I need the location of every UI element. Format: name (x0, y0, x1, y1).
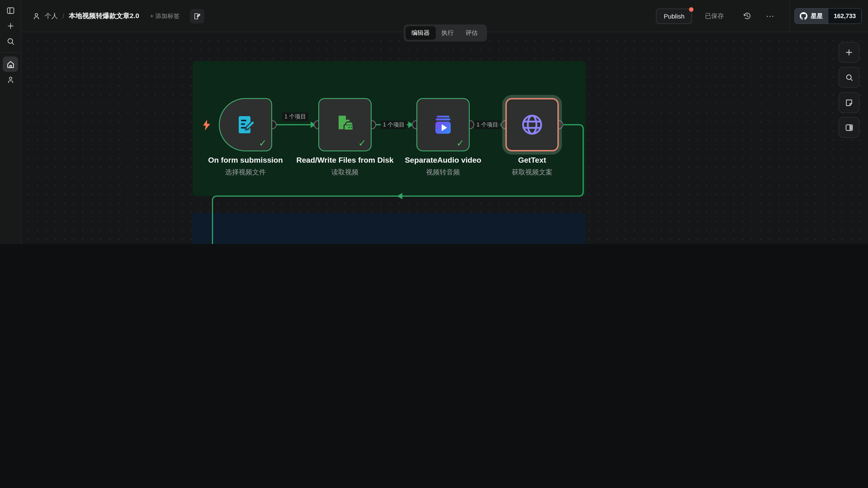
new-workflow-button[interactable] (3, 18, 18, 33)
version-history-button[interactable] (743, 12, 751, 20)
publish-notification-dot (689, 7, 693, 11)
add-node-button[interactable] (839, 42, 860, 63)
sticky-note-icon (846, 100, 851, 105)
trigger-bolt-icon (202, 119, 212, 131)
form-icon (235, 114, 256, 135)
node-separate-audio-video[interactable]: ✓ (416, 98, 470, 151)
more-options-button[interactable]: ⋯ (766, 11, 774, 21)
header-divider (789, 0, 790, 32)
node-label: Read/Write Files from Disk 读取视频 (291, 155, 399, 177)
workflow-title[interactable]: 本地视频转爆款文章2.0 (69, 12, 139, 20)
add-tag-button[interactable]: + 添加标签 (150, 12, 180, 20)
sidebar-toggle-button[interactable] (3, 3, 18, 18)
saved-status: 已保存 (705, 12, 724, 20)
plus-icon (8, 23, 13, 28)
globe-icon (520, 113, 544, 136)
edit-icon (194, 13, 200, 19)
edit-note-button[interactable] (190, 9, 204, 23)
search-icon (8, 38, 13, 44)
view-tabs: 编辑器 执行 评估 (404, 24, 487, 41)
file-disk-icon (334, 114, 356, 135)
plus-icon (846, 50, 851, 55)
github-icon (800, 12, 807, 20)
success-check-icon: ✓ (259, 138, 267, 149)
user-avatar-icon (33, 12, 40, 20)
user-icon (8, 77, 13, 83)
tab-executions[interactable]: 执行 (436, 26, 460, 40)
node-gettext[interactable] (505, 98, 559, 151)
publish-button[interactable]: Publish (656, 8, 692, 24)
canvas-search-button[interactable] (839, 67, 860, 88)
tab-editor[interactable]: 编辑器 (405, 26, 436, 40)
items-count-label: 1 个项目 (282, 112, 308, 121)
sticky-group-article[interactable] (193, 213, 586, 244)
left-sidebar (0, 0, 21, 244)
success-check-icon: ✓ (456, 138, 464, 149)
sidebar-divider (0, 53, 21, 53)
layout-panel-icon (846, 125, 852, 130)
video-icon (433, 114, 454, 135)
home-icon (7, 61, 13, 67)
n8n-workflow-editor: 读取视频文案 文章二创和保存 (0, 0, 868, 244)
node-label: GetText 获取视频文案 (478, 155, 586, 177)
toggle-panel-button[interactable] (839, 117, 860, 138)
items-count-label: 1 个项目 (474, 121, 500, 129)
node-on-form-submission[interactable]: ✓ (219, 98, 272, 151)
github-star-badge[interactable]: 星星 162,733 (794, 8, 862, 24)
success-check-icon: ✓ (358, 138, 366, 149)
node-read-write-files[interactable]: ✓ (318, 98, 372, 151)
history-clock-icon (744, 13, 750, 19)
search-icon (846, 74, 852, 80)
breadcrumb-separator: / (62, 12, 64, 20)
panel-icon (7, 7, 14, 13)
node-label: On form submission 选择视频文件 (191, 155, 300, 177)
tab-evaluations[interactable]: 评估 (460, 26, 484, 40)
sidebar-item-overview[interactable] (3, 57, 18, 72)
breadcrumb-project[interactable]: 个人 (45, 12, 58, 20)
sidebar-search-button[interactable] (3, 33, 18, 49)
sidebar-item-personal[interactable] (3, 72, 18, 87)
items-count-label: 1 个项目 (381, 121, 407, 129)
add-sticky-note-button[interactable] (839, 92, 860, 113)
